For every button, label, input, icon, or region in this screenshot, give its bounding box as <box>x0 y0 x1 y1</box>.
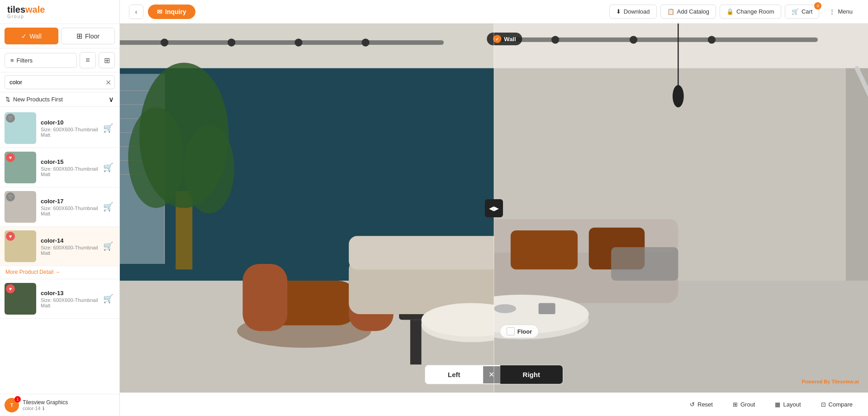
list-item[interactable]: ♥ color-15 Size: 600X600-Thumbnail Matt … <box>0 148 119 187</box>
sort-icon: ⇅ <box>5 96 10 103</box>
add-to-cart-button[interactable]: 🛒 <box>101 161 115 174</box>
product-info: color-15 Size: 600X600-Thumbnail Matt <box>41 158 101 177</box>
list-item[interactable]: ♥ color-13 Size: 600X600-Thumbnail Matt … <box>0 279 119 319</box>
product-size: Size: 600X600-Thumbnail <box>41 127 101 132</box>
add-catalog-button[interactable]: 📋 Add Catalog <box>660 5 716 19</box>
floor-icon: ⊞ <box>76 32 82 40</box>
grout-icon: ⊞ <box>733 401 738 408</box>
change-room-label: Change Room <box>736 8 774 15</box>
product-finish: Matt <box>41 172 101 177</box>
floor-badge[interactable]: Floor <box>500 325 539 338</box>
svg-rect-4 <box>120 40 444 45</box>
grout-button[interactable]: ⊞ Grout <box>726 398 762 411</box>
tilesview-icon: T 1 <box>5 398 19 412</box>
product-name: color-10 <box>41 119 101 126</box>
left-button[interactable]: Left <box>425 365 483 384</box>
menu-button[interactable]: ⋮ Menu <box>823 5 859 18</box>
download-label: Download <box>624 8 650 15</box>
close-split-button[interactable]: ✕ <box>483 366 500 383</box>
svg-point-39 <box>551 36 559 43</box>
more-detail-link[interactable]: More Product Detail → <box>0 266 119 279</box>
nav-left: ‹ ✉ Inquiry <box>129 5 195 19</box>
add-catalog-label: Add Catalog <box>677 8 710 15</box>
product-name: color-14 <box>41 237 101 244</box>
search-clear-button[interactable]: ✕ <box>105 78 111 86</box>
svg-rect-55 <box>539 303 555 314</box>
product-thumbnail: ♥ <box>5 230 36 262</box>
grid-view-button[interactable]: ⊞ <box>99 52 115 68</box>
floor-tab[interactable]: ⊞ Floor <box>61 28 115 44</box>
list-view-button[interactable]: ≡ <box>80 52 96 68</box>
inquiry-button[interactable]: ✉ Inquiry <box>148 5 195 19</box>
divider-handle[interactable]: ◀▶ <box>485 199 503 217</box>
favorite-icon[interactable]: ♥ <box>6 153 15 162</box>
divider-arrows-icon: ◀▶ <box>489 205 499 212</box>
floor-tab-label: Floor <box>85 33 100 40</box>
add-to-cart-button[interactable]: 🛒 <box>101 121 115 135</box>
product-size: Size: 600X600-Thumbnail <box>41 166 101 172</box>
svg-rect-28 <box>410 320 422 364</box>
inquiry-icon: ✉ <box>157 8 162 15</box>
sort-text: New Products First <box>13 96 63 103</box>
layout-icon: ▦ <box>775 401 780 408</box>
wall-floor-tabs: ✓ Wall ⊞ Floor <box>0 24 119 48</box>
room-view: ◀▶ ✓ Wall Floor Left ✕ Right Powered By … <box>120 24 868 392</box>
bottom-toolbar: ↺ Reset ⊞ Grout ▦ Layout ⊡ Compare <box>120 392 868 416</box>
product-finish: Matt <box>41 132 101 138</box>
download-icon: ⬇ <box>616 8 621 15</box>
download-button[interactable]: ⬇ Download <box>609 5 657 19</box>
wall-badge[interactable]: ✓ Wall <box>487 33 522 45</box>
compare-button[interactable]: ⊡ Compare <box>815 398 859 411</box>
wall-tab[interactable]: ✓ Wall <box>5 28 58 44</box>
floor-badge-label: Floor <box>517 328 532 335</box>
grid-view-icon: ⊞ <box>104 56 110 65</box>
svg-rect-49 <box>511 230 578 269</box>
reset-button[interactable]: ↺ Reset <box>683 398 719 411</box>
svg-point-41 <box>708 36 716 43</box>
layout-button[interactable]: ▦ Layout <box>768 398 807 411</box>
right-button[interactable]: Right <box>500 365 563 384</box>
favorite-icon[interactable]: ♡ <box>6 114 15 123</box>
layout-label: Layout <box>783 401 801 408</box>
reset-icon: ↺ <box>690 401 695 408</box>
bottom-bar-info-icon[interactable]: ℹ <box>43 406 44 411</box>
favorite-icon[interactable]: ♡ <box>6 192 15 201</box>
wall-check-icon: ✓ <box>21 33 27 40</box>
back-icon: ‹ <box>135 8 138 15</box>
more-detail-anchor[interactable]: More Product Detail → <box>5 269 114 275</box>
compare-label: Compare <box>829 401 853 408</box>
product-info: color-14 Size: 600X600-Thumbnail Matt <box>41 237 101 256</box>
search-row: ✕ <box>0 72 119 92</box>
product-name: color-15 <box>41 158 101 165</box>
svg-point-54 <box>494 304 516 313</box>
search-input[interactable] <box>5 75 115 89</box>
filters-row: ≡ Filters ≡ ⊞ <box>0 48 119 72</box>
change-room-button[interactable]: 🔒 Change Room <box>720 5 781 19</box>
filters-label: Filters <box>17 57 33 64</box>
filter-icon: ≡ <box>10 57 14 64</box>
product-thumbnail: ♡ <box>5 191 36 223</box>
powered-by: Powered By Tilesview.ai <box>802 379 859 384</box>
bottom-bar-info: Tilesview Graphics color-14 ℹ <box>23 399 68 411</box>
list-item[interactable]: ♡ color-17 Size: 600X600-Thumbnail Matt … <box>0 187 119 227</box>
favorite-icon[interactable]: ♥ <box>6 232 15 241</box>
logo-tiles: tiles <box>7 5 25 14</box>
svg-point-8 <box>362 38 370 46</box>
product-list: ♡ color-10 Size: 600X600-Thumbnail Matt … <box>0 107 119 394</box>
favorite-icon[interactable]: ♥ <box>6 284 15 293</box>
filters-button[interactable]: ≡ Filters <box>5 53 77 68</box>
cart-button[interactable]: 🛒 Cart 0 <box>785 5 820 19</box>
sidebar: tileswale Group ✓ Wall ⊞ Floor ≡ Filters… <box>0 0 120 416</box>
chevron-down-icon: ∨ <box>109 95 114 104</box>
back-button[interactable]: ‹ <box>129 5 143 19</box>
add-to-cart-button[interactable]: 🛒 <box>101 292 115 306</box>
catalog-icon: 📋 <box>667 8 674 15</box>
add-to-cart-button[interactable]: 🛒 <box>101 239 115 253</box>
sort-row[interactable]: ⇅ New Products First ∨ <box>0 92 119 107</box>
list-item[interactable]: ♥ color-14 Size: 600X600-Thumbnail Matt … <box>0 227 119 266</box>
left-room-scene <box>120 24 494 392</box>
wall-tab-label: Wall <box>29 33 42 40</box>
svg-rect-25 <box>242 264 287 331</box>
add-to-cart-button[interactable]: 🛒 <box>101 200 115 214</box>
list-item[interactable]: ♡ color-10 Size: 600X600-Thumbnail Matt … <box>0 109 119 148</box>
